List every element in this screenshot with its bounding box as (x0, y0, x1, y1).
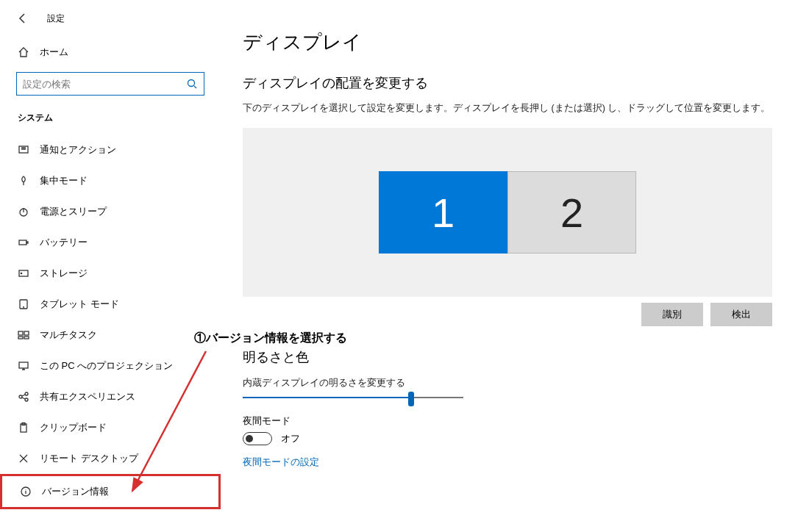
sidebar-item-label: リモート デスクトップ (40, 452, 138, 465)
svg-rect-3 (19, 240, 26, 245)
project-icon (18, 360, 29, 372)
sidebar-item-label: ストレージ (40, 267, 88, 280)
sidebar-item-storage[interactable]: ストレージ (0, 258, 221, 289)
page-title: ディスプレイ (243, 29, 809, 55)
sidebar-item-label: 通知とアクション (40, 143, 116, 157)
svg-rect-9 (24, 331, 29, 335)
sidebar-item-label: マルチタスク (40, 328, 97, 342)
search-input-wrapper[interactable] (16, 72, 204, 96)
sidebar-item-notifications[interactable]: 通知とアクション (0, 134, 221, 165)
power-icon (18, 206, 29, 218)
sidebar-item-clipboard[interactable]: クリップボード (0, 412, 221, 443)
sidebar-item-multitask[interactable]: マルチタスク (0, 320, 221, 351)
svg-rect-11 (24, 337, 29, 339)
sidebar-nav: 通知とアクション 集中モード 電源とスリープ バッテリー ストレージ タブレット… (0, 130, 221, 509)
sidebar-item-label: クリップボード (40, 421, 107, 434)
sidebar-item-tablet[interactable]: タブレット モード (0, 289, 221, 320)
svg-point-6 (21, 273, 21, 273)
sidebar-item-label: 共有エクスペリエンス (40, 390, 135, 403)
share-icon (18, 391, 29, 403)
sidebar-item-label: 集中モード (40, 174, 88, 187)
category-heading: システム (0, 101, 221, 130)
svg-point-13 (19, 395, 22, 398)
focus-icon (18, 175, 29, 187)
tablet-icon (18, 298, 29, 310)
night-mode-toggle[interactable] (243, 432, 272, 445)
sidebar-item-label: この PC へのプロジェクション (40, 359, 173, 373)
sidebar-home[interactable]: ホーム (0, 38, 221, 66)
sidebar-item-focus[interactable]: 集中モード (0, 165, 221, 196)
home-icon (18, 46, 29, 58)
night-mode-settings-link[interactable]: 夜間モードの設定 (243, 456, 809, 469)
sidebar-item-label: タブレット モード (40, 298, 119, 311)
arrange-title: ディスプレイの配置を変更する (243, 74, 809, 92)
svg-point-15 (25, 398, 28, 401)
night-mode-state: オフ (281, 432, 300, 445)
night-mode-label: 夜間モード (243, 414, 809, 428)
monitor-1[interactable]: 1 (379, 171, 507, 254)
svg-rect-12 (19, 362, 28, 368)
sidebar-item-label: バッテリー (40, 236, 88, 249)
sidebar-item-project[interactable]: この PC へのプロジェクション (0, 351, 221, 381)
sidebar-item-battery[interactable]: バッテリー (0, 227, 221, 258)
sidebar-item-label: バージョン情報 (42, 485, 109, 498)
main-content: ディスプレイ ディスプレイの配置を変更する 下のディスプレイを選択して設定を変更… (221, 0, 809, 532)
sidebar-item-power[interactable]: 電源とスリープ (0, 196, 221, 227)
sidebar-item-about[interactable]: バージョン情報 (0, 474, 221, 509)
svg-point-14 (25, 392, 28, 395)
brightness-title: 明るさと色 (243, 348, 809, 366)
back-button[interactable] (15, 10, 31, 26)
battery-icon (18, 237, 29, 248)
monitor-2[interactable]: 2 (507, 171, 636, 254)
settings-sidebar: 設定 ホーム システム 通知とアクション 集中モード (0, 0, 221, 532)
multitask-icon (18, 329, 29, 341)
home-label: ホーム (40, 46, 68, 59)
back-arrow-icon (17, 12, 29, 24)
brightness-sub: 内蔵ディスプレイの明るさを変更する (243, 376, 809, 389)
display-arrangement-area[interactable]: 1 2 (243, 128, 772, 297)
detect-button[interactable]: 検出 (710, 303, 772, 326)
svg-rect-8 (18, 331, 23, 335)
annotation-callout-label: ①バージョン情報を選択する (190, 329, 352, 348)
search-input[interactable] (23, 79, 186, 90)
sidebar-item-shared[interactable]: 共有エクスペリエンス (0, 381, 221, 412)
svg-rect-10 (18, 337, 23, 339)
svg-rect-4 (26, 242, 28, 243)
brightness-slider[interactable] (243, 397, 463, 398)
arrange-help: 下のディスプレイを選択して設定を変更します。ディスプレイを長押し (または選択)… (243, 102, 809, 115)
window-title: 設定 (47, 12, 65, 25)
remote-icon (18, 453, 29, 464)
svg-point-0 (188, 80, 195, 87)
clipboard-icon (18, 422, 29, 434)
sidebar-item-remote[interactable]: リモート デスクトップ (0, 443, 221, 474)
identify-button[interactable]: 識別 (641, 303, 703, 326)
notification-icon (18, 144, 29, 156)
storage-icon (18, 267, 29, 279)
search-icon (186, 78, 198, 90)
about-icon (20, 486, 32, 497)
sidebar-item-label: 電源とスリープ (40, 205, 107, 218)
